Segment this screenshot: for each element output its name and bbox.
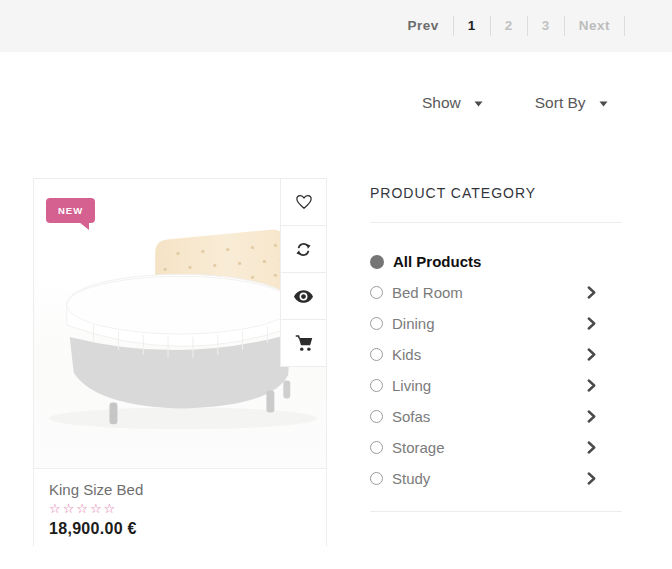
category-item-kids[interactable]: Kids <box>370 339 622 370</box>
radio-selected-icon[interactable] <box>370 255 384 269</box>
product-image[interactable]: NEW <box>34 179 326 468</box>
topbar: Prev 123 Next <box>0 0 672 52</box>
heart-icon <box>295 194 313 210</box>
chevron-right-icon[interactable] <box>587 379 596 392</box>
radio-icon[interactable] <box>370 472 383 485</box>
pagination-next[interactable]: Next <box>565 16 625 36</box>
add-to-cart-button[interactable] <box>280 320 326 367</box>
show-dropdown[interactable]: Show <box>422 94 483 112</box>
category-label: Living <box>392 377 431 394</box>
product-info: King Size Bed ☆☆☆☆☆ 18,900.00 € <box>34 468 326 547</box>
pagination-prev[interactable]: Prev <box>393 16 453 36</box>
chevron-right-icon[interactable] <box>587 472 596 485</box>
chevron-right-icon[interactable] <box>587 410 596 423</box>
radio-icon[interactable] <box>370 317 383 330</box>
caret-down-icon <box>474 101 483 107</box>
product-card[interactable]: NEW <box>33 178 327 546</box>
radio-icon[interactable] <box>370 379 383 392</box>
pagination-page-1[interactable]: 1 <box>454 16 491 36</box>
pagination-page-2[interactable]: 2 <box>491 16 528 36</box>
product-price: 18,900.00 € <box>49 520 311 538</box>
show-dropdown-label: Show <box>422 94 461 112</box>
category-label: Sofas <box>392 408 430 425</box>
category-item-storage[interactable]: Storage <box>370 432 622 463</box>
category-item-all-products[interactable]: All Products <box>370 246 622 277</box>
toolbar: Show Sort By <box>422 94 608 112</box>
wishlist-button[interactable] <box>280 179 326 226</box>
product-title[interactable]: King Size Bed <box>49 481 311 498</box>
pagination-page-3[interactable]: 3 <box>528 16 565 36</box>
sidebar-title: PRODUCT CATEGORY <box>370 185 622 201</box>
sort-by-dropdown-label: Sort By <box>535 94 586 112</box>
compare-button[interactable] <box>280 226 326 273</box>
radio-icon[interactable] <box>370 286 383 299</box>
divider <box>370 222 622 223</box>
pagination: Prev 123 Next <box>393 16 625 36</box>
radio-icon[interactable] <box>370 410 383 423</box>
chevron-right-icon[interactable] <box>587 441 596 454</box>
cart-icon <box>295 335 313 352</box>
category-label: All Products <box>393 253 481 270</box>
category-label: Dining <box>392 315 435 332</box>
category-item-sofas[interactable]: Sofas <box>370 401 622 432</box>
rating-stars: ☆☆☆☆☆ <box>49 502 311 516</box>
sort-by-dropdown[interactable]: Sort By <box>535 94 608 112</box>
category-item-study[interactable]: Study <box>370 463 622 494</box>
eye-icon <box>294 290 313 303</box>
category-item-living[interactable]: Living <box>370 370 622 401</box>
category-label: Study <box>392 470 430 487</box>
caret-down-icon <box>599 101 608 107</box>
chevron-right-icon[interactable] <box>587 286 596 299</box>
radio-icon[interactable] <box>370 441 383 454</box>
category-item-dining[interactable]: Dining <box>370 308 622 339</box>
product-actions <box>280 179 326 367</box>
new-badge: NEW <box>46 198 95 223</box>
category-list: All ProductsBed RoomDiningKidsLivingSofa… <box>370 246 622 494</box>
chevron-right-icon[interactable] <box>587 348 596 361</box>
page: Prev 123 Next Show Sort By NEW <box>0 0 672 569</box>
radio-icon[interactable] <box>370 348 383 361</box>
chevron-right-icon[interactable] <box>587 317 596 330</box>
category-label: Storage <box>392 439 445 456</box>
category-sidebar: PRODUCT CATEGORY All ProductsBed RoomDin… <box>370 185 622 512</box>
quick-view-button[interactable] <box>280 273 326 320</box>
divider <box>370 511 622 512</box>
category-label: Bed Room <box>392 284 463 301</box>
category-item-bed-room[interactable]: Bed Room <box>370 277 622 308</box>
category-label: Kids <box>392 346 421 363</box>
refresh-icon <box>295 241 312 258</box>
